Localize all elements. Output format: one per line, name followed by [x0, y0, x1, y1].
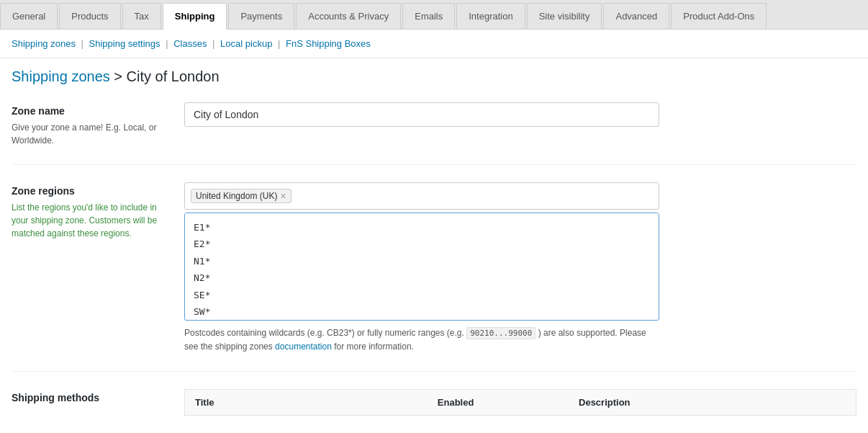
sub-nav-shipping-settings[interactable]: Shipping settings	[89, 38, 161, 49]
zone-name-label-col: Zone name Give your zone a name! E.g. Lo…	[12, 102, 184, 147]
zone-regions-label-col: Zone regions List the regions you'd like…	[12, 182, 184, 240]
postcode-help-end: for more information.	[334, 342, 414, 352]
shipping-methods-field: Title Enabled Description	[184, 389, 856, 416]
breadcrumb-current: City of London	[127, 68, 220, 84]
postcode-outer: E1* E2* N1* N2* SE* SW*	[184, 213, 659, 321]
tab-general[interactable]: General	[0, 3, 58, 29]
col-title: Title	[185, 390, 343, 416]
tab-accounts-privacy[interactable]: Accounts & Privacy	[296, 3, 401, 29]
tab-product-addons[interactable]: Product Add-Ons	[671, 3, 767, 29]
sub-nav-classes[interactable]: Classes	[173, 38, 207, 49]
sub-nav-fns-shipping[interactable]: FnS Shipping Boxes	[286, 38, 371, 49]
shipping-methods-heading: Shipping methods	[12, 392, 170, 403]
breadcrumb-separator: >	[114, 68, 126, 84]
uk-tag: United Kingdom (UK) ×	[191, 189, 291, 203]
tab-shipping[interactable]: Shipping	[163, 3, 227, 30]
shipping-methods-table: Title Enabled Description	[184, 389, 856, 416]
sub-nav-local-pickup[interactable]: Local pickup	[220, 38, 272, 49]
zone-regions-field: United Kingdom (UK) × E1* E2* N1* N2* SE…	[184, 182, 856, 354]
zone-regions-tag-field[interactable]: United Kingdom (UK) ×	[184, 182, 659, 210]
zone-name-heading: Zone name	[12, 105, 170, 117]
tabs-bar: General Products Tax Shipping Payments A…	[0, 0, 868, 30]
tab-products[interactable]: Products	[59, 3, 120, 29]
tab-emails[interactable]: Emails	[402, 3, 455, 29]
zone-name-row: Zone name Give your zone a name! E.g. Lo…	[12, 102, 856, 165]
shipping-methods-label-col: Shipping methods	[12, 389, 184, 408]
postcode-help: Postcodes containing wildcards (e.g. CB2…	[184, 326, 659, 354]
breadcrumb: Shipping zones > City of London	[0, 58, 868, 91]
sep-1: |	[81, 38, 83, 49]
postcode-inner: E1* E2* N1* N2* SE* SW*	[185, 213, 659, 320]
zone-name-input[interactable]	[184, 102, 659, 127]
breadcrumb-link[interactable]: Shipping zones	[12, 68, 110, 84]
sub-nav-shipping-zones[interactable]: Shipping zones	[12, 38, 76, 49]
settings-wrap: Zone name Give your zone a name! E.g. Lo…	[0, 91, 868, 433]
shipping-methods-row: Shipping methods Title Enabled Descripti…	[12, 389, 856, 433]
sep-4: |	[278, 38, 280, 49]
col-enabled: Enabled	[343, 390, 569, 416]
postcode-textarea[interactable]: E1* E2* N1* N2* SE* SW*	[185, 213, 659, 318]
zone-regions-row: Zone regions List the regions you'd like…	[12, 182, 856, 372]
sub-nav: Shipping zones | Shipping settings | Cla…	[0, 30, 868, 58]
uk-tag-label: United Kingdom (UK)	[196, 191, 277, 201]
methods-header-row: Title Enabled Description	[185, 390, 856, 416]
tab-tax[interactable]: Tax	[122, 3, 161, 29]
tab-site-visibility[interactable]: Site visibility	[527, 3, 602, 29]
uk-tag-remove[interactable]: ×	[280, 191, 286, 201]
postcode-doc-link[interactable]: documentation	[275, 342, 332, 352]
tab-payments[interactable]: Payments	[228, 3, 294, 29]
zone-regions-help: List the regions you'd like to include i…	[12, 201, 170, 240]
zone-name-help: Give your zone a name! E.g. Local, or Wo…	[12, 121, 170, 147]
tab-advanced[interactable]: Advanced	[603, 3, 669, 29]
postcode-help-before: Postcodes containing wildcards (e.g. CB2…	[184, 328, 464, 338]
sep-2: |	[166, 38, 168, 49]
zone-name-field	[184, 102, 856, 127]
postcode-code: 90210...99000	[466, 327, 535, 339]
sep-3: |	[212, 38, 214, 49]
zone-regions-heading: Zone regions	[12, 185, 170, 197]
col-description: Description	[569, 390, 856, 416]
tab-integration[interactable]: Integration	[456, 3, 525, 29]
